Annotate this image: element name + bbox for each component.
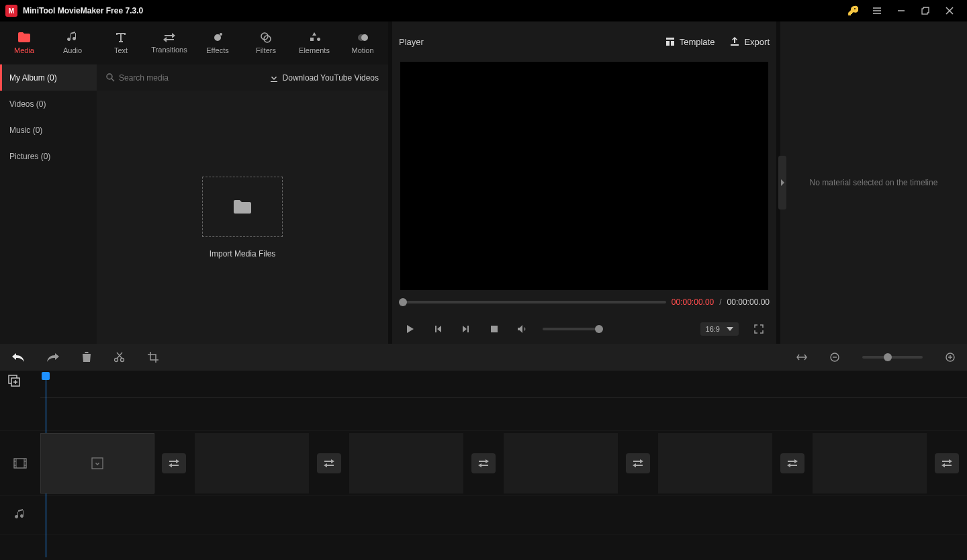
download-youtube-link[interactable]: Download YouTube Videos xyxy=(269,73,379,83)
next-frame-button[interactable] xyxy=(458,321,474,337)
titlebar: M MiniTool MovieMaker Free 7.3.0 xyxy=(0,0,967,21)
prev-frame-button[interactable] xyxy=(430,321,446,337)
album-label: Pictures (0) xyxy=(9,152,50,161)
sparkle-icon xyxy=(212,32,224,44)
add-track-button[interactable] xyxy=(8,375,20,387)
search-field[interactable] xyxy=(106,73,213,83)
undo-button[interactable] xyxy=(12,353,24,362)
svg-point-1 xyxy=(214,34,221,41)
overlay-track[interactable] xyxy=(0,398,967,431)
svg-point-6 xyxy=(358,34,365,41)
transition-slot[interactable] xyxy=(780,453,804,473)
audio-track-icon xyxy=(0,509,40,521)
album-label: Music (0) xyxy=(9,126,42,135)
timeline-ruler[interactable] xyxy=(40,371,967,398)
tab-motion[interactable]: Motion xyxy=(338,21,387,64)
import-media-button[interactable] xyxy=(202,177,283,237)
tab-media[interactable]: Media xyxy=(0,21,48,64)
chevron-down-icon xyxy=(727,327,733,331)
clip-slot[interactable] xyxy=(40,433,154,494)
tab-filters[interactable]: Filters xyxy=(242,21,290,64)
tab-label: Text xyxy=(114,46,128,54)
progress-thumb[interactable] xyxy=(399,298,407,306)
player-title: Player xyxy=(399,37,424,47)
timeline-toolbar xyxy=(0,344,967,371)
menu-icon[interactable] xyxy=(865,0,889,21)
video-track[interactable] xyxy=(0,431,967,496)
album-label: My Album (0) xyxy=(9,73,57,83)
template-label: Template xyxy=(680,37,715,47)
svg-point-2 xyxy=(220,33,222,36)
tab-label: Effects xyxy=(206,46,228,54)
split-button[interactable] xyxy=(114,352,125,363)
tab-label: Media xyxy=(14,46,34,54)
tab-label: Audio xyxy=(63,46,82,54)
volume-slider[interactable] xyxy=(543,328,603,330)
aspect-ratio-select[interactable]: 16:9 xyxy=(700,322,739,336)
album-music[interactable]: Music (0) xyxy=(0,117,97,143)
export-button[interactable]: Export xyxy=(729,36,770,47)
clip-slot[interactable] xyxy=(813,433,927,494)
transition-slot[interactable] xyxy=(162,453,186,473)
app-title: MiniTool MovieMaker Free 7.3.0 xyxy=(23,6,143,15)
auto-fit-button[interactable] xyxy=(796,353,807,362)
close-button[interactable] xyxy=(937,0,962,21)
app-logo: M xyxy=(5,5,17,17)
tab-label: Elements xyxy=(299,46,330,54)
tab-text[interactable]: Text xyxy=(97,21,145,64)
zoom-in-button[interactable] xyxy=(946,353,955,362)
clip-slot[interactable] xyxy=(349,433,463,494)
album-pictures[interactable]: Pictures (0) xyxy=(0,143,97,169)
stop-button[interactable] xyxy=(486,321,502,337)
tab-label: Filters xyxy=(256,46,276,54)
transition-slot[interactable] xyxy=(935,453,959,473)
transition-slot[interactable] xyxy=(471,453,496,473)
crop-button[interactable] xyxy=(148,352,158,363)
progress-slider[interactable] xyxy=(399,301,666,304)
maximize-button[interactable] xyxy=(913,0,937,21)
audio-track[interactable] xyxy=(0,496,967,534)
zoom-out-button[interactable] xyxy=(830,353,839,362)
folder-open-icon xyxy=(232,198,252,216)
clip-slot[interactable] xyxy=(195,433,309,494)
svg-rect-16 xyxy=(92,458,103,469)
video-preview[interactable] xyxy=(400,62,768,290)
play-button[interactable] xyxy=(402,321,418,337)
template-icon xyxy=(665,36,676,47)
zoom-slider[interactable] xyxy=(862,356,923,359)
redo-button[interactable] xyxy=(47,353,59,362)
tab-audio[interactable]: Audio xyxy=(48,21,97,64)
folder-icon xyxy=(17,32,31,44)
transition-slot[interactable] xyxy=(317,453,341,473)
tab-effects[interactable]: Effects xyxy=(193,21,242,64)
transition-slot[interactable] xyxy=(626,453,650,473)
volume-button[interactable] xyxy=(514,321,531,337)
svg-point-10 xyxy=(121,359,124,362)
export-icon xyxy=(729,36,740,47)
template-button[interactable]: Template xyxy=(665,36,715,47)
minimize-button[interactable] xyxy=(889,0,913,21)
zoom-thumb[interactable] xyxy=(884,353,892,361)
album-videos[interactable]: Videos (0) xyxy=(0,91,97,117)
license-key-icon[interactable] xyxy=(841,0,865,21)
fullscreen-button[interactable] xyxy=(751,321,767,337)
export-label: Export xyxy=(744,37,770,47)
player-panel: Player Template Export 00:00:00.00 / xyxy=(392,21,776,344)
tab-label: Transitions xyxy=(151,46,187,54)
svg-point-7 xyxy=(107,74,112,79)
shapes-icon xyxy=(308,32,320,44)
tab-label: Motion xyxy=(351,46,373,54)
text-icon xyxy=(115,32,127,44)
album-my-album[interactable]: My Album (0) xyxy=(0,64,97,91)
volume-thumb[interactable] xyxy=(595,325,603,333)
time-separator: / xyxy=(719,297,721,307)
timeline[interactable] xyxy=(0,371,967,560)
tab-transitions[interactable]: Transitions xyxy=(145,21,193,64)
search-input[interactable] xyxy=(119,73,213,83)
delete-button[interactable] xyxy=(82,352,91,363)
inspector-collapse-handle[interactable] xyxy=(778,156,786,209)
tab-elements[interactable]: Elements xyxy=(290,21,338,64)
clip-slot[interactable] xyxy=(504,433,618,494)
search-icon xyxy=(106,73,115,82)
clip-slot[interactable] xyxy=(658,433,772,494)
